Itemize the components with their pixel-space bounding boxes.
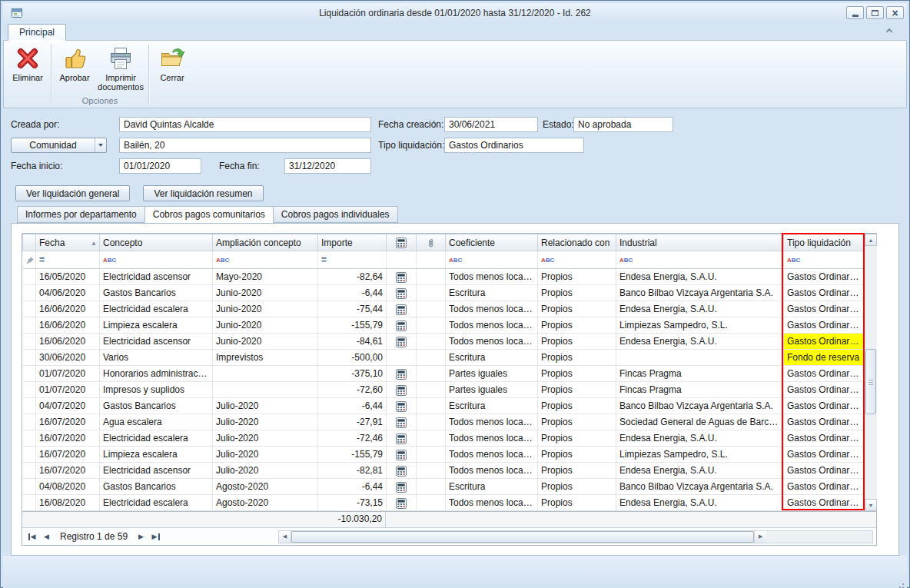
cell-ampliacion[interactable]: Junio-2020: [213, 285, 318, 301]
calculator-icon[interactable]: [396, 417, 407, 427]
cell-tipo[interactable]: Gastos Ordinarios: [784, 414, 864, 430]
ver-liquidacion-general-button[interactable]: Ver liquidación general: [15, 185, 130, 201]
cell-industrial[interactable]: Endesa Energia, S.A.U.: [616, 463, 784, 479]
cell-calc[interactable]: [387, 414, 417, 430]
scroll-up-arrow[interactable]: ▲: [865, 234, 877, 246]
vertical-scrollbar[interactable]: ▲ ▼: [864, 234, 877, 511]
cell-ampliacion[interactable]: Junio-2020: [213, 334, 318, 350]
cell-importe[interactable]: -82,64: [318, 269, 387, 285]
calculator-icon[interactable]: [396, 384, 407, 395]
table-row[interactable]: 16/06/2020Limpieza escaleraJunio-2020-15…: [23, 317, 864, 334]
column-header-calc[interactable]: [387, 234, 417, 251]
table-row[interactable]: 16/06/2020Electricidad ascensorJunio-202…: [23, 334, 864, 350]
cell-relacionado[interactable]: Propios: [538, 350, 616, 366]
cell-industrial[interactable]: Endesa Energia, S.A.U.: [616, 495, 784, 511]
cell-importe[interactable]: -6,44: [318, 479, 387, 495]
comunidad-dropdown-button[interactable]: Comunidad: [11, 138, 107, 153]
cell-clip[interactable]: [417, 430, 446, 447]
eliminar-button[interactable]: Eliminar: [7, 43, 48, 95]
calculator-icon[interactable]: [396, 465, 407, 476]
cell-relacionado[interactable]: Propios: [538, 430, 616, 447]
ribbon-tab-principal[interactable]: Principal: [8, 24, 66, 41]
scroll-right-arrow[interactable]: ▶: [754, 531, 766, 543]
cell-coeficiente[interactable]: Todos menos locales: [446, 334, 538, 350]
cell-importe[interactable]: -6,44: [318, 398, 387, 414]
comunidad-dropdown-arrow[interactable]: [95, 138, 106, 152]
cell-industrial[interactable]: Limpiezas Sampedro, S.L.: [616, 317, 784, 334]
cell-industrial[interactable]: Endesa Energia, S.A.U.: [616, 334, 784, 350]
filter-cell-ampliacion[interactable]: ABC: [213, 251, 318, 269]
cell-tipo[interactable]: Gastos Ordinarios: [784, 366, 864, 382]
calculator-icon[interactable]: [396, 271, 407, 282]
horizontal-scrollbar[interactable]: ◀ ▶: [278, 530, 873, 543]
cell-coeficiente[interactable]: Todos menos locales: [446, 430, 538, 447]
table-row[interactable]: 04/07/2020Gastos BancariosJulio-2020-6,4…: [23, 398, 864, 414]
fecha-fin-field[interactable]: 31/12/2020: [284, 158, 371, 174]
cell-fecha[interactable]: 16/07/2020: [36, 447, 100, 463]
cell-industrial[interactable]: Fincas Pragma: [616, 366, 784, 382]
cell-tipo[interactable]: Gastos Ordinarios: [784, 447, 864, 463]
cell-ampliacion[interactable]: Julio-2020: [213, 447, 318, 463]
horizontal-scrollbar-thumb[interactable]: [291, 531, 754, 543]
scroll-down-arrow[interactable]: ▼: [865, 499, 877, 511]
cell-ampliacion[interactable]: Julio-2020: [213, 463, 318, 479]
cell-clip[interactable]: [417, 301, 446, 317]
cell-coeficiente[interactable]: Todos menos locales: [446, 269, 538, 285]
resize-grip[interactable]: [896, 583, 904, 588]
cell-fecha[interactable]: 16/06/2020: [36, 334, 100, 350]
cell-industrial[interactable]: Fincas Pragma: [616, 382, 784, 398]
cell-relacionado[interactable]: Propios: [538, 398, 616, 414]
cell-ampliacion[interactable]: Agosto-2020: [213, 479, 318, 495]
table-row[interactable]: 16/07/2020Limpieza escaleraJulio-2020-15…: [23, 447, 864, 463]
vertical-scrollbar-thumb[interactable]: [865, 349, 876, 414]
cell-concepto[interactable]: Electricidad ascensor: [100, 463, 213, 479]
cell-ampliacion[interactable]: Junio-2020: [213, 301, 318, 317]
cell-ampliacion[interactable]: [213, 382, 318, 398]
cell-calc[interactable]: [387, 382, 417, 398]
pager-next-button[interactable]: ▶: [134, 530, 148, 543]
calculator-icon[interactable]: [396, 320, 407, 331]
cell-relacionado[interactable]: Propios: [538, 479, 616, 495]
cell-fecha[interactable]: 04/06/2020: [36, 285, 100, 301]
calculator-icon[interactable]: [396, 449, 407, 460]
cell-calc[interactable]: [387, 479, 417, 495]
cell-concepto[interactable]: Limpieza escalera: [100, 317, 213, 334]
cell-importe[interactable]: -75,44: [318, 301, 387, 317]
cell-coeficiente[interactable]: Escritura: [446, 398, 538, 414]
calculator-icon[interactable]: [396, 304, 407, 314]
cell-relacionado[interactable]: Propios: [538, 285, 616, 301]
cell-concepto[interactable]: Gastos Bancarios: [100, 398, 213, 414]
table-row[interactable]: 30/06/2020VariosImprevistos-500,00Escrit…: [23, 350, 864, 366]
cell-calc[interactable]: [387, 495, 417, 511]
filter-cell-industrial[interactable]: ABC: [616, 251, 784, 269]
estado-field[interactable]: No aprobada: [573, 117, 673, 132]
cell-tipo[interactable]: Gastos Ordinarios: [784, 317, 864, 334]
cell-fecha[interactable]: 04/08/2020: [36, 479, 100, 495]
cell-fecha[interactable]: 16/05/2020: [36, 269, 100, 285]
cell-tipo[interactable]: Gastos Ordinarios: [784, 301, 864, 317]
calculator-icon[interactable]: [396, 497, 407, 508]
cell-coeficiente[interactable]: Escritura: [446, 479, 538, 495]
cell-importe[interactable]: -27,91: [318, 414, 387, 430]
cell-calc[interactable]: [387, 350, 417, 366]
cell-industrial[interactable]: Sociedad General de Aguas de Barcelona, …: [616, 414, 784, 430]
table-row[interactable]: 04/08/2020Gastos BancariosAgosto-2020-6,…: [23, 479, 864, 495]
cell-calc[interactable]: [387, 334, 417, 350]
cell-calc[interactable]: [387, 463, 417, 479]
cell-ampliacion[interactable]: Julio-2020: [213, 430, 318, 447]
cell-relacionado[interactable]: Propios: [538, 334, 616, 350]
cell-tipo[interactable]: Gastos Ordinarios: [784, 430, 864, 447]
cell-fecha[interactable]: 16/07/2020: [36, 463, 100, 479]
cell-importe[interactable]: -73,15: [318, 495, 387, 511]
cell-relacionado[interactable]: Propios: [538, 269, 616, 285]
filter-cell-indicator[interactable]: [23, 251, 36, 269]
table-row[interactable]: 01/07/2020Impresos y suplidos-72,60Parte…: [23, 382, 864, 398]
filter-cell-fecha[interactable]: =: [36, 251, 100, 269]
cell-concepto[interactable]: Electricidad escalera: [100, 430, 213, 447]
cell-fecha[interactable]: 16/06/2020: [36, 317, 100, 334]
table-row[interactable]: 16/07/2020Electricidad escaleraJulio-202…: [23, 430, 864, 447]
ver-liquidacion-resumen-button[interactable]: Ver liquidación resumen: [143, 185, 263, 201]
cell-fecha[interactable]: 01/07/2020: [36, 366, 100, 382]
cell-industrial[interactable]: Endesa Energia, S.A.U.: [616, 301, 784, 317]
calculator-icon[interactable]: [396, 368, 407, 379]
